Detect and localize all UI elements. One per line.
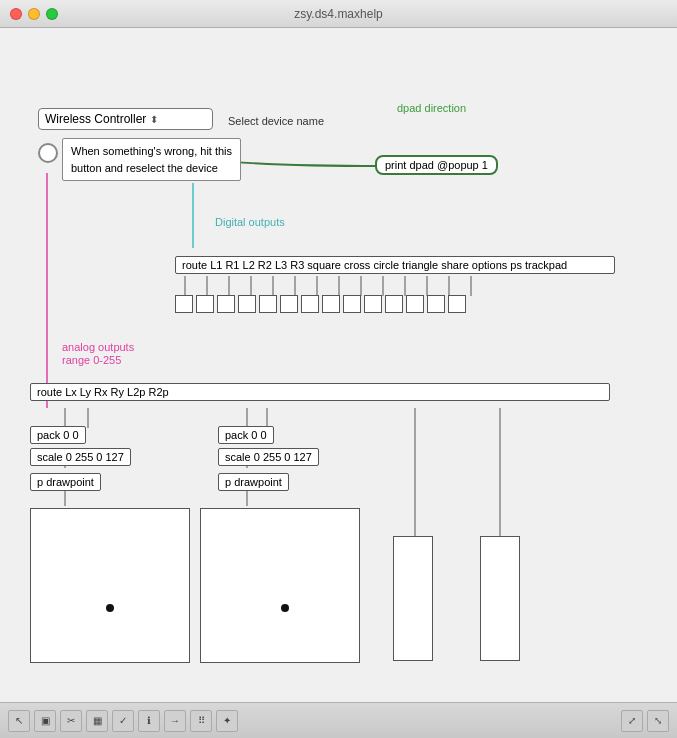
info-line1: When something's wrong, hit this: [71, 143, 232, 160]
toolbar-right-icons: ⤢ ⤡: [621, 710, 669, 732]
scale2-label: scale 0 255 0 127: [225, 451, 312, 463]
dpad-label: dpad direction: [397, 102, 466, 114]
info-line2: button and reselect the device: [71, 160, 232, 177]
select-device-label: Select device name: [228, 115, 324, 127]
outlet-trackpad[interactable]: [448, 295, 466, 313]
xy-pad-left[interactable]: [30, 508, 190, 663]
scale1-box[interactable]: scale 0 255 0 127: [30, 448, 131, 466]
outlet-R1[interactable]: [196, 295, 214, 313]
outlet-share[interactable]: [385, 295, 403, 313]
check-tool[interactable]: ✓: [112, 710, 134, 732]
outlet-options[interactable]: [406, 295, 424, 313]
minimize-button[interactable]: [28, 8, 40, 20]
xy-pad-right[interactable]: [200, 508, 360, 663]
digital-outlets-row: [175, 295, 466, 313]
xy-dot-right: [281, 604, 289, 612]
slider-l2p[interactable]: [393, 536, 433, 661]
info-text-box: When something's wrong, hit this button …: [62, 138, 241, 181]
outlet-ps[interactable]: [427, 295, 445, 313]
analog-range-label: range 0-255: [62, 354, 121, 366]
drawpoint2-label: p drawpoint: [225, 476, 282, 488]
dropdown-value: Wireless Controller: [45, 112, 146, 126]
max-canvas: Wireless Controller ⬍ Select device name…: [0, 28, 677, 702]
analog-outputs-label: analog outputs: [62, 341, 134, 353]
print-dpad-label: print dpad @popup 1: [385, 159, 488, 171]
drawpoint2-box[interactable]: p drawpoint: [218, 473, 289, 491]
outlet-circle[interactable]: [343, 295, 361, 313]
arrow-tool[interactable]: →: [164, 710, 186, 732]
pack1-box[interactable]: pack 0 0: [30, 426, 86, 444]
digital-outputs-label: Digital outputs: [215, 216, 285, 228]
title-bar: zsy.ds4.maxhelp: [0, 0, 677, 28]
analog-route-box[interactable]: route Lx Ly Rx Ry L2p R2p: [30, 383, 610, 401]
maximize-button[interactable]: [46, 8, 58, 20]
xy-dot-left: [106, 604, 114, 612]
star-tool[interactable]: ✦: [216, 710, 238, 732]
digital-route-label: route L1 R1 L2 R2 L3 R3 square cross cir…: [182, 259, 567, 271]
outlet-square[interactable]: [301, 295, 319, 313]
cut-tool[interactable]: ✂: [60, 710, 82, 732]
grid-tool[interactable]: ▦: [86, 710, 108, 732]
drawpoint1-label: p drawpoint: [37, 476, 94, 488]
info-tool[interactable]: ℹ: [138, 710, 160, 732]
scale2-box[interactable]: scale 0 255 0 127: [218, 448, 319, 466]
bottom-toolbar: ↖ ▣ ✂ ▦ ✓ ℹ → ⠿ ✦ ⤢ ⤡: [0, 702, 677, 738]
outlet-L3[interactable]: [259, 295, 277, 313]
print-dpad-box[interactable]: print dpad @popup 1: [375, 155, 498, 175]
window-controls[interactable]: [10, 8, 58, 20]
outlet-L1[interactable]: [175, 295, 193, 313]
expand-icon[interactable]: ⤢: [621, 710, 643, 732]
digital-route-box[interactable]: route L1 R1 L2 R2 L3 R3 square cross cir…: [175, 256, 615, 274]
pack2-label: pack 0 0: [225, 429, 267, 441]
outlet-triangle[interactable]: [364, 295, 382, 313]
dropdown-arrow-icon: ⬍: [150, 114, 158, 125]
pack2-box[interactable]: pack 0 0: [218, 426, 274, 444]
reselect-button[interactable]: [38, 143, 58, 163]
outlet-cross[interactable]: [322, 295, 340, 313]
save-tool[interactable]: ▣: [34, 710, 56, 732]
outlet-R2[interactable]: [238, 295, 256, 313]
pointer-tool[interactable]: ↖: [8, 710, 30, 732]
toolbar-left-icons: ↖ ▣ ✂ ▦ ✓ ℹ → ⠿ ✦: [8, 710, 238, 732]
outlet-L2[interactable]: [217, 295, 235, 313]
slider-r2p[interactable]: [480, 536, 520, 661]
scale1-label: scale 0 255 0 127: [37, 451, 124, 463]
outlet-R3[interactable]: [280, 295, 298, 313]
analog-route-label: route Lx Ly Rx Ry L2p R2p: [37, 386, 169, 398]
device-dropdown[interactable]: Wireless Controller ⬍: [38, 108, 213, 130]
close-button[interactable]: [10, 8, 22, 20]
collapse-icon[interactable]: ⤡: [647, 710, 669, 732]
dots-tool[interactable]: ⠿: [190, 710, 212, 732]
pack1-label: pack 0 0: [37, 429, 79, 441]
drawpoint1-box[interactable]: p drawpoint: [30, 473, 101, 491]
window-title: zsy.ds4.maxhelp: [294, 7, 382, 21]
